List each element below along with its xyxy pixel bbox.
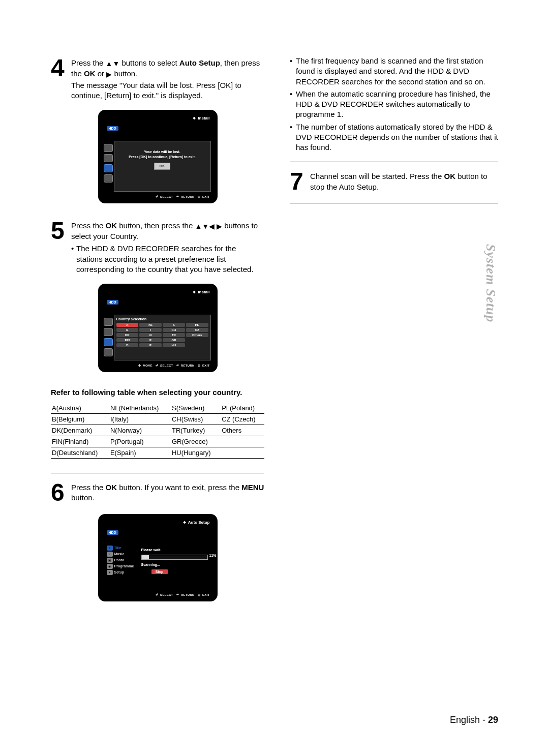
table-cell: FIN(Finland) xyxy=(51,436,109,447)
info-bullet: •The number of stations automatically st… xyxy=(290,122,498,153)
footer-exit: EXIT xyxy=(202,364,210,367)
tv-footer: ⏎SELECT ↶RETURN ⊟EXIT xyxy=(103,193,213,199)
step-body: Channel scan will be started. Press the … xyxy=(310,169,498,194)
sidebar-item xyxy=(104,328,113,336)
step-number: 4 xyxy=(51,56,68,101)
menu-label: Music xyxy=(114,552,125,556)
step-5: 5 Press the OK button, then press the ▲▼… xyxy=(51,219,264,275)
tv-hdd-label: HDD xyxy=(107,300,118,305)
table-cell: E(Spain) xyxy=(109,447,171,458)
step-text: Press the OK button, then press the ▲▼◀ … xyxy=(71,221,258,240)
table-cell xyxy=(221,447,264,458)
table-cell: Others xyxy=(221,425,264,436)
menu-label: Photo xyxy=(114,558,125,562)
return-icon: ↶ xyxy=(176,364,179,367)
country-cell[interactable]: CZ xyxy=(186,328,208,332)
country-grid[interactable]: ANLSPLBICHCZDKNTROthersFINPGRDEHU xyxy=(116,323,208,347)
menu-icon: ≡ xyxy=(107,546,113,551)
bullet-text: The HDD & DVD RECORDER searches for the … xyxy=(76,244,264,275)
exit-icon: ⊟ xyxy=(198,364,200,367)
country-cell[interactable]: I xyxy=(139,328,162,332)
table-cell: DK(Denmark) xyxy=(51,425,109,436)
menu-icon: ▣ xyxy=(107,558,113,563)
auto-setup-status: Please wait. 11% Scanning... Stop xyxy=(141,548,208,574)
progress-percent: 11% xyxy=(208,554,217,557)
select-icon: ⏎ xyxy=(156,593,158,596)
country-cell[interactable]: A xyxy=(116,323,139,327)
modal-text: Your data will be lost. Press [OK] to co… xyxy=(114,141,210,171)
menu-label: Programme xyxy=(114,564,134,568)
return-icon: ↶ xyxy=(176,593,179,596)
country-cell[interactable]: PL xyxy=(186,323,208,327)
info-bullet: •The first frequency band is scanned and… xyxy=(290,56,498,87)
country-cell[interactable]: DK xyxy=(116,333,139,337)
modal-line1: Your data will be lost. xyxy=(116,149,208,155)
right-bullets: •The first frequency band is scanned and… xyxy=(290,56,498,153)
country-cell[interactable]: FIN xyxy=(116,338,139,342)
country-cell[interactable]: Others xyxy=(186,333,208,337)
tv-screenshot-install-modal: Install HDD Your data will be lost. Pres… xyxy=(98,110,218,203)
step-body: Press the OK button. If you want to exit… xyxy=(71,480,264,505)
return-icon: ↶ xyxy=(176,195,179,198)
table-cell: N(Norway) xyxy=(109,425,171,436)
modal-line2: Press [OK] to continue, [Return] to exit… xyxy=(116,155,208,160)
table-cell: A(Austria) xyxy=(51,403,109,414)
divider xyxy=(51,473,264,473)
table-cell: CH(Swiss) xyxy=(171,413,221,425)
step-4-line2: The message "Your data will be lost. Pre… xyxy=(71,80,264,101)
country-cell[interactable]: GR xyxy=(163,338,185,342)
step-number: 5 xyxy=(51,219,68,275)
country-cell[interactable]: B xyxy=(116,328,139,332)
footer-select: SELECT xyxy=(160,195,173,198)
table-cell: GR(Greece) xyxy=(171,436,221,447)
footer-return: RETURN xyxy=(181,195,195,198)
progress-bar: 11% xyxy=(141,555,208,560)
stop-button[interactable]: Stop xyxy=(151,569,168,574)
country-cell[interactable]: TR xyxy=(163,333,185,337)
table-cell: I(Italy) xyxy=(109,413,171,425)
country-cell[interactable]: NL xyxy=(139,323,162,327)
sidebar-item xyxy=(104,144,113,152)
step-body: Press the OK button, then press the ▲▼◀ … xyxy=(71,219,264,275)
tv-header: Install xyxy=(103,115,213,123)
table-row: B(Belgium)I(Italy)CH(Swiss)CZ (Czech) xyxy=(51,413,264,425)
table-cell: P(Portugal) xyxy=(109,436,171,447)
menu-label: Title xyxy=(114,546,121,550)
footer-exit: EXIT xyxy=(202,593,210,596)
bullet-dot: • xyxy=(290,56,296,87)
table-row: D(Deutschland)E(Spain)HU(Hungary) xyxy=(51,447,264,458)
ok-button[interactable]: OK xyxy=(154,163,170,170)
sidebar-item xyxy=(104,164,113,172)
bullet-dot: • xyxy=(290,122,296,153)
move-icon: ✥ xyxy=(138,364,141,367)
table-row: DK(Denmark)N(Norway)TR(Turkey)Others xyxy=(51,425,264,436)
country-cell[interactable]: D xyxy=(116,343,139,347)
tv-hdd-label: HDD xyxy=(107,126,118,131)
sidebar-item xyxy=(104,174,113,183)
sidebar-item xyxy=(104,348,113,356)
sidebar-item xyxy=(104,338,113,346)
menu-icon: ♪ xyxy=(107,552,113,557)
country-cell[interactable]: HU xyxy=(163,343,185,347)
page-footer: English - 29 xyxy=(450,715,498,725)
country-panel-title: Country Selection xyxy=(116,317,208,321)
table-cell: PL(Poland) xyxy=(221,403,264,414)
section-tab: System Setup xyxy=(483,244,498,322)
tv-hdd-label: HDD xyxy=(107,530,118,535)
country-cell[interactable]: E xyxy=(139,343,162,347)
bullet-dot: • xyxy=(71,244,76,275)
step-4: 4 Press the ▲▼ buttons to select Auto Se… xyxy=(51,56,264,101)
exit-icon: ⊟ xyxy=(198,593,200,596)
step-number: 6 xyxy=(51,480,68,505)
country-cell[interactable]: P xyxy=(139,338,162,342)
auto-setup-panel: ≡Title♪Music▣Photo◉Programme✶Setup Pleas… xyxy=(105,545,211,590)
footer-language: English xyxy=(450,715,480,725)
table-cell: D(Deutschland) xyxy=(51,447,109,458)
country-cell[interactable]: CH xyxy=(163,328,185,332)
footer-exit: EXIT xyxy=(202,195,210,198)
country-cell[interactable]: N xyxy=(139,333,162,337)
country-cell[interactable]: S xyxy=(163,323,185,327)
select-icon: ⏎ xyxy=(156,364,158,367)
bullet-dot: • xyxy=(290,89,296,120)
footer-page-number: 29 xyxy=(488,715,498,725)
